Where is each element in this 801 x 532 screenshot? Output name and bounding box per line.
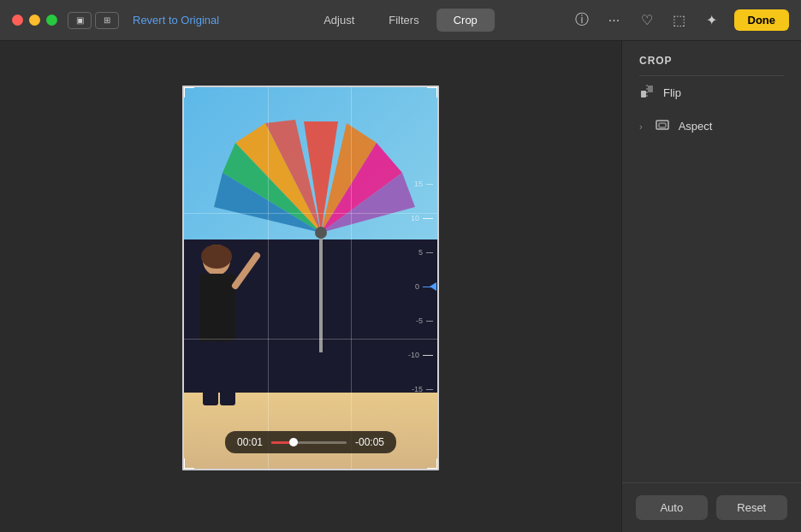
revert-button[interactable]: Revert to Original (133, 14, 219, 27)
magic-icon: ✦ (706, 12, 717, 28)
svg-line-13 (235, 256, 257, 286)
person-svg (193, 243, 261, 414)
grid-v1 (268, 87, 269, 469)
traffic-lights (12, 15, 57, 26)
crop-tool-button[interactable]: ⬚ (669, 10, 690, 31)
tab-filters[interactable]: Filters (371, 9, 436, 32)
info-button[interactable]: ⓘ (572, 10, 592, 31)
tab-adjust[interactable]: Adjust (306, 9, 371, 32)
aspect-label: Aspect (679, 120, 713, 133)
timeline-slider[interactable] (271, 441, 347, 444)
heart-icon: ♡ (641, 12, 653, 28)
done-button[interactable]: Done (734, 9, 790, 31)
timeline-thumb[interactable] (289, 438, 298, 446)
dial-tick-line-major (423, 218, 433, 219)
close-button[interactable] (12, 15, 23, 26)
photo (182, 86, 439, 470)
flip-label: Flip (663, 86, 681, 99)
crop-handle-br[interactable] (427, 458, 439, 470)
svg-rect-14 (203, 341, 218, 405)
grid-h1 (184, 213, 437, 214)
flip-item[interactable]: Flip (622, 76, 801, 109)
crop-handle-bl[interactable] (182, 458, 194, 470)
svg-rect-16 (641, 91, 646, 98)
dial-tick-15: 15 (414, 180, 433, 188)
grid-h2 (184, 339, 437, 340)
dial-tick-line (426, 184, 433, 185)
view-single-button[interactable]: ▣ (68, 12, 92, 29)
right-panel: CROP Flip › Aspect (621, 41, 801, 532)
image-container[interactable]: 00:01 -00:05 (182, 86, 439, 470)
flip-icon (639, 85, 655, 101)
main-content: 00:01 -00:05 15 10 5 (0, 41, 801, 532)
dial-indicator (430, 282, 436, 291)
svg-rect-12 (199, 274, 235, 342)
canvas-area: 00:01 -00:05 15 10 5 (0, 41, 621, 532)
aspect-item[interactable]: › Aspect (622, 109, 801, 143)
favorite-button[interactable]: ♡ (637, 10, 657, 31)
dial-tick-line (426, 389, 433, 390)
tab-bar: Adjust Filters Crop (306, 9, 495, 32)
person-silhouette (193, 243, 261, 417)
maximize-button[interactable] (46, 15, 57, 26)
auto-button[interactable]: Auto (636, 495, 708, 520)
titlebar: ▣ ⊞ Revert to Original Adjust Filters Cr… (0, 0, 801, 41)
current-time: 00:01 (237, 436, 263, 448)
crop-icon: ⬚ (673, 12, 685, 28)
minimize-button[interactable] (29, 15, 40, 26)
svg-point-8 (315, 227, 327, 239)
svg-rect-17 (648, 86, 653, 92)
svg-rect-15 (220, 341, 235, 405)
info-icon: ⓘ (575, 11, 589, 29)
magic-button[interactable]: ✦ (702, 10, 722, 31)
aspect-chevron-left: › (639, 121, 643, 132)
tab-crop[interactable]: Crop (436, 9, 495, 32)
titlebar-right: ⓘ ··· ♡ ⬚ ✦ Done (572, 9, 790, 31)
dial-tick-neg15: -15 (412, 385, 433, 393)
view-grid-button[interactable]: ⊞ (95, 12, 119, 29)
dial-tick-neg5: -5 (416, 316, 433, 325)
remaining-time: -00:05 (355, 436, 384, 448)
svg-rect-20 (659, 123, 666, 127)
dial-tick-10: 10 (411, 214, 433, 222)
more-button[interactable]: ··· (604, 10, 625, 31)
timeline-bar: 00:01 -00:05 (225, 431, 396, 453)
dial-tick-5: 5 (418, 248, 433, 257)
dial-tick-line (426, 252, 433, 253)
svg-point-11 (201, 245, 232, 269)
reset-button[interactable]: Reset (716, 495, 788, 520)
crop-handle-tr[interactable] (427, 86, 439, 98)
dial-tick-line (426, 321, 433, 322)
panel-bottom: Auto Reset (622, 482, 801, 532)
aspect-icon (655, 118, 670, 134)
more-icon: ··· (608, 13, 620, 28)
crop-handle-tl[interactable] (182, 86, 194, 98)
view-tools: ▣ ⊞ (68, 12, 119, 29)
umbrella-scene (184, 87, 437, 469)
dial-tick-line-major (423, 355, 433, 356)
dial-tick-neg10: -10 (408, 351, 433, 359)
panel-title: CROP (622, 41, 801, 75)
grid-v2 (351, 87, 352, 469)
